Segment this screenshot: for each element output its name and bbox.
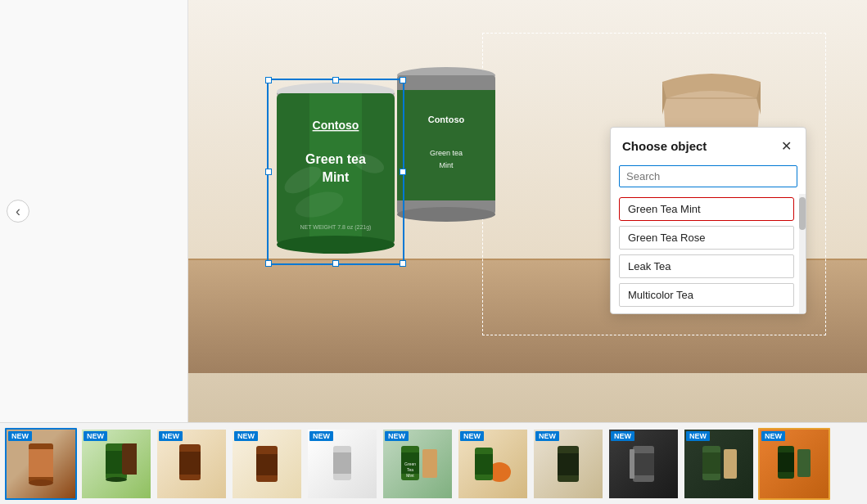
svg-rect-29	[179, 452, 201, 475]
svg-point-26	[106, 477, 127, 482]
left-sidebar: ‹	[0, 0, 188, 422]
svg-point-23	[29, 479, 53, 486]
main-area: ‹ Contoso Green tea Mint	[0, 0, 867, 422]
svg-rect-42	[475, 454, 493, 475]
scrollbar-thumb	[799, 197, 806, 230]
popup-item-multicolor-tea[interactable]: Multicolor Tea	[619, 283, 794, 307]
thumb-badge-3: NEW	[159, 431, 183, 441]
svg-point-19	[277, 236, 395, 254]
sidebar-collapse-arrow[interactable]: ‹	[7, 200, 29, 223]
svg-rect-46	[633, 453, 654, 475]
svg-rect-33	[333, 452, 351, 474]
popup-list: Green Tea Mint Green Tea Rose Leak Tea M…	[611, 194, 806, 313]
svg-text:Contoso: Contoso	[313, 119, 359, 132]
thumbnail-2[interactable]: NEW	[80, 428, 152, 500]
thumb-badge-1: NEW	[8, 431, 32, 441]
popup-header: Choose object ✕	[611, 128, 806, 160]
svg-rect-50	[724, 449, 737, 479]
svg-rect-27	[122, 443, 137, 475]
svg-rect-47	[630, 449, 634, 479]
svg-text:Green tea: Green tea	[430, 149, 463, 157]
thumbnail-9[interactable]: NEW	[607, 428, 680, 500]
svg-rect-31	[256, 454, 278, 475]
thumbnail-3[interactable]: NEW	[156, 428, 228, 500]
thumb-badge-8: NEW	[535, 431, 559, 441]
popup-scrollbar[interactable]	[799, 194, 806, 313]
svg-rect-53	[797, 449, 811, 477]
svg-text:Green: Green	[404, 461, 416, 466]
popup-close-button[interactable]: ✕	[778, 137, 794, 154]
thumb-badge-10: NEW	[686, 431, 710, 441]
svg-text:Mint: Mint	[406, 473, 414, 478]
thumb-badge-7: NEW	[460, 431, 484, 441]
thumbnail-5[interactable]: NEW	[306, 428, 378, 500]
svg-rect-49	[702, 452, 720, 474]
thumbnail-6[interactable]: NEW Green Tea Mint	[382, 428, 454, 500]
popup-list-inner: Green Tea Mint Green Tea Rose Leak Tea M…	[619, 197, 797, 307]
thumb-badge-4: NEW	[234, 431, 258, 441]
tea-can-selected[interactable]: Contoso Green tea Mint NET WEIGHT 7.8 oz…	[270, 82, 401, 262]
svg-text:NET WEIGHT 7.8 oz (221g): NET WEIGHT 7.8 oz (221g)	[300, 224, 372, 231]
thumbnail-1[interactable]: NEW	[5, 428, 77, 500]
thumbnail-8[interactable]: NEW	[532, 428, 604, 500]
thumbnail-strip: NEW NEW NEW	[0, 422, 867, 504]
thumb-badge-2: NEW	[84, 431, 107, 441]
canvas-area: Contoso Green tea Mint	[188, 0, 867, 422]
svg-text:Mint: Mint	[439, 161, 454, 169]
svg-point-6	[397, 207, 495, 222]
tea-can-back: Contoso Green tea Mint	[393, 65, 499, 229]
svg-text:Green tea: Green tea	[305, 152, 366, 166]
popup-item-green-tea-mint[interactable]: Green Tea Mint	[619, 197, 794, 221]
thumb-badge-11: NEW	[761, 431, 785, 441]
thumb-badge-9: NEW	[611, 431, 634, 441]
popup-search-input[interactable]	[619, 165, 797, 187]
svg-rect-22	[29, 449, 53, 477]
svg-rect-52	[778, 452, 794, 472]
popup-item-green-tea-rose[interactable]: Green Tea Rose	[619, 226, 794, 250]
choose-object-popup: Choose object ✕ Green Tea Mint Green Tea…	[610, 127, 806, 314]
svg-text:Tea: Tea	[407, 467, 413, 472]
thumb-badge-5: NEW	[309, 431, 333, 441]
popup-title: Choose object	[622, 139, 707, 153]
svg-rect-2	[397, 90, 495, 200]
thumbnail-4[interactable]: NEW	[231, 428, 303, 500]
svg-rect-44	[558, 453, 579, 475]
svg-rect-39	[422, 449, 437, 478]
thumbnail-7[interactable]: NEW	[457, 428, 529, 500]
popup-search-wrap	[611, 160, 806, 194]
thumbnail-11[interactable]: NEW	[758, 428, 830, 500]
svg-text:Contoso: Contoso	[428, 115, 465, 124]
svg-text:Mint: Mint	[323, 170, 350, 184]
thumbnail-10[interactable]: NEW	[683, 428, 755, 500]
popup-item-leak-tea[interactable]: Leak Tea	[619, 254, 794, 278]
thumb-badge-6: NEW	[385, 431, 409, 441]
